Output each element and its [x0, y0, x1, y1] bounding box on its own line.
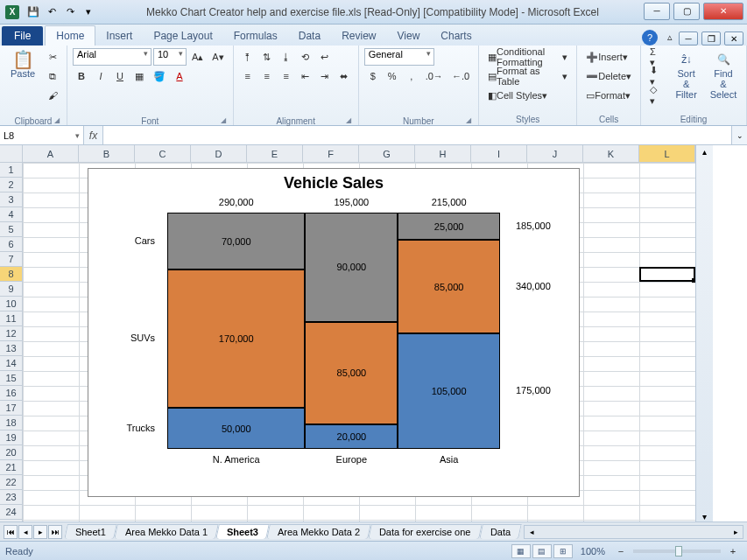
italic-button[interactable]: I	[92, 67, 109, 85]
merge-center-icon[interactable]: ⬌	[335, 67, 353, 85]
column-header-I[interactable]: I	[471, 145, 527, 162]
paste-button[interactable]: 📋 Paste	[5, 48, 40, 83]
font-launcher-icon[interactable]: ◢	[73, 116, 228, 124]
number-format-select[interactable]: General	[364, 48, 434, 66]
row-header-17[interactable]: 17	[0, 401, 22, 416]
formula-input[interactable]	[103, 126, 731, 144]
tab-formulas[interactable]: Formulas	[223, 26, 288, 46]
tab-charts[interactable]: Charts	[430, 26, 482, 46]
delete-cells-button[interactable]: ➖ Delete ▾	[582, 67, 635, 85]
find-select-button[interactable]: 🔍 Find & Select	[706, 48, 741, 104]
copy-icon[interactable]: ⧉	[44, 67, 61, 85]
row-header-11[interactable]: 11	[0, 312, 22, 326]
sheet-tab[interactable]: Area Mekko Data 2	[266, 524, 371, 539]
row-header-15[interactable]: 15	[0, 371, 22, 386]
orientation-icon[interactable]: ⟲	[297, 48, 314, 66]
format-painter-icon[interactable]: 🖌	[44, 87, 61, 104]
fill-icon[interactable]: ⬇ ▾	[646, 67, 666, 85]
column-header-L[interactable]: L	[639, 145, 695, 162]
row-header-21[interactable]: 21	[0, 460, 22, 475]
decrease-font-icon[interactable]: A▾	[208, 48, 227, 66]
row-header-20[interactable]: 20	[0, 445, 22, 460]
row-header-3[interactable]: 3	[0, 192, 22, 207]
tab-page-layout[interactable]: Page Layout	[143, 26, 222, 46]
row-header-13[interactable]: 13	[0, 341, 22, 356]
tab-nav-last-icon[interactable]: ⏭	[48, 525, 62, 539]
workbook-close-button[interactable]: ✕	[724, 32, 743, 46]
number-launcher-icon[interactable]: ◢	[364, 116, 473, 124]
sheet-tab[interactable]: Data	[479, 524, 522, 539]
undo-icon[interactable]: ↶	[44, 4, 60, 20]
align-top-icon[interactable]: ⭱	[239, 48, 257, 66]
row-header-8[interactable]: 8	[0, 267, 22, 282]
cells-grid[interactable]: Vehicle Sales 290,000195,000215,000 Cars…	[23, 163, 695, 522]
decrease-indent-icon[interactable]: ⇤	[297, 67, 314, 85]
tab-insert[interactable]: Insert	[95, 26, 143, 46]
decrease-decimal-icon[interactable]: ←.0	[448, 67, 473, 85]
row-headers[interactable]: 123456789101112131415161718192021222324	[0, 163, 23, 522]
cell-styles-button[interactable]: ◧ Cell Styles ▾	[484, 87, 551, 104]
format-cells-button[interactable]: ▭ Format ▾	[582, 87, 634, 104]
column-header-D[interactable]: D	[191, 145, 247, 162]
row-header-12[interactable]: 12	[0, 326, 22, 341]
ribbon-minimize-icon[interactable]: ▵	[661, 28, 679, 46]
chart-object[interactable]: Vehicle Sales 290,000195,000215,000 Cars…	[88, 168, 580, 497]
qat-more-icon[interactable]: ▾	[81, 4, 96, 20]
tab-review[interactable]: Review	[331, 26, 386, 46]
font-color-icon[interactable]: A	[171, 67, 188, 85]
wrap-text-icon[interactable]: ↩	[316, 48, 334, 66]
name-box[interactable]: L8▾	[0, 126, 84, 144]
normal-view-icon[interactable]: ▦	[511, 544, 531, 558]
save-icon[interactable]: 💾	[25, 4, 41, 20]
redo-icon[interactable]: ↷	[62, 4, 78, 20]
tab-nav-first-icon[interactable]: ⏮	[4, 525, 18, 539]
increase-indent-icon[interactable]: ⇥	[316, 67, 334, 85]
column-header-B[interactable]: B	[79, 145, 135, 162]
scroll-down-icon[interactable]: ▾	[702, 512, 707, 522]
zoom-out-icon[interactable]: −	[612, 542, 630, 560]
select-all-corner[interactable]	[0, 145, 23, 163]
row-header-7[interactable]: 7	[0, 252, 22, 267]
sheet-tab[interactable]: Data for exercise one	[368, 524, 482, 539]
comma-format-icon[interactable]: ,	[403, 67, 420, 85]
sheet-tab[interactable]: Area Mekko Data 1	[114, 524, 219, 539]
help-icon[interactable]: ?	[642, 30, 658, 46]
align-center-icon[interactable]: ≡	[258, 67, 276, 85]
row-header-4[interactable]: 4	[0, 207, 22, 222]
vertical-scrollbar[interactable]: ▴ ▾	[695, 145, 713, 522]
column-header-A[interactable]: A	[23, 145, 79, 162]
zoom-slider[interactable]	[633, 550, 721, 553]
zoom-in-icon[interactable]: +	[724, 542, 742, 560]
column-header-C[interactable]: C	[135, 145, 191, 162]
fx-icon[interactable]: fx	[84, 126, 103, 144]
tab-nav-next-icon[interactable]: ▸	[33, 525, 47, 539]
tab-home[interactable]: Home	[45, 25, 95, 46]
align-left-icon[interactable]: ≡	[239, 67, 257, 85]
row-header-19[interactable]: 19	[0, 430, 22, 445]
increase-decimal-icon[interactable]: .0→	[422, 67, 447, 85]
minimize-button[interactable]: ─	[644, 3, 670, 20]
align-right-icon[interactable]: ≡	[278, 67, 295, 85]
font-name-select[interactable]: Arial	[73, 48, 152, 66]
conditional-formatting-button[interactable]: ▦ Conditional Formatting ▾	[484, 48, 571, 66]
scroll-up-icon[interactable]: ▴	[702, 147, 707, 157]
column-header-E[interactable]: E	[247, 145, 303, 162]
column-header-G[interactable]: G	[359, 145, 415, 162]
fill-color-icon[interactable]: 🪣	[150, 67, 169, 85]
workbook-minimize-button[interactable]: ─	[679, 32, 698, 46]
scroll-right-icon[interactable]: ▸	[729, 528, 743, 536]
column-headers[interactable]: ABCDEFGHIJKL	[23, 145, 695, 163]
insert-cells-button[interactable]: ➕ Insert ▾	[582, 48, 631, 66]
underline-button[interactable]: U	[111, 67, 129, 85]
page-layout-view-icon[interactable]: ▤	[532, 544, 552, 558]
row-header-5[interactable]: 5	[0, 222, 22, 237]
format-as-table-button[interactable]: ▤ Format as Table ▾	[484, 67, 571, 85]
row-header-14[interactable]: 14	[0, 356, 22, 371]
row-header-1[interactable]: 1	[0, 163, 22, 178]
alignment-launcher-icon[interactable]: ◢	[239, 116, 353, 124]
row-header-24[interactable]: 24	[0, 505, 22, 520]
row-header-9[interactable]: 9	[0, 282, 22, 297]
row-header-6[interactable]: 6	[0, 237, 22, 252]
font-size-select[interactable]: 10	[153, 48, 187, 66]
autosum-icon[interactable]: Σ ▾	[646, 48, 666, 66]
